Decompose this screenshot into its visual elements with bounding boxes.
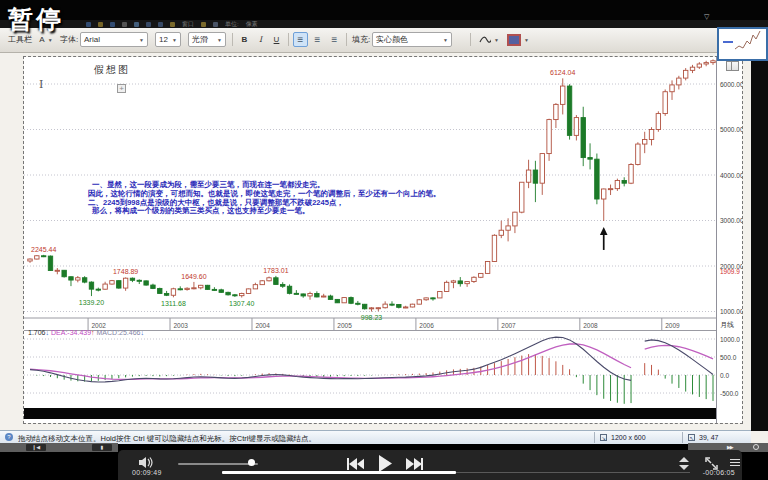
chevron-down-icon: ▼ [494,37,499,43]
unit-value[interactable]: 像素 [246,20,258,28]
new-icon[interactable] [86,22,91,27]
align-left-button[interactable]: ≡ [293,32,308,47]
smooth-select-value: 光滑 [192,34,208,45]
pause-overlay-label: 暂停 [8,3,64,36]
italic-button[interactable]: I [253,32,268,47]
video-player-bar: 00:09:49 -00:06:05 [118,450,742,480]
current-price-label: 1909.9 [720,268,740,275]
svg-text:2002: 2002 [91,322,106,329]
play-button[interactable] [378,455,393,472]
volume-slider[interactable] [178,463,258,465]
svg-text:6124.04: 6124.04 [550,69,575,76]
app-menu-toolbar: 窗口 单位: 像素 [0,20,768,28]
zoom-icon[interactable] [170,22,175,27]
redo-icon[interactable] [158,22,163,27]
grid-icon[interactable] [213,22,218,27]
down-arrow-icon: ↓ [141,329,145,336]
axis-tick-label: -500.0 [720,390,738,397]
svg-text:2245.44: 2245.44 [31,246,56,253]
annotation-line: 那么，将构成一个级别的类第三类买点，这也支持至少要走一笔。 [88,207,488,216]
fill-style-value: 实心颜色 [376,34,408,45]
align-right-button[interactable]: ≡ [327,32,342,47]
svg-text:1339.20: 1339.20 [79,299,104,306]
skip-forward-button[interactable] [406,457,423,471]
pin-icon: ▽ [704,13,709,21]
zoom-out-icon[interactable] [201,22,206,27]
thumbnail-preview[interactable] [717,27,768,61]
svg-text:998.23: 998.23 [361,314,383,321]
cursor-position-icon: ↖ [688,434,695,441]
window-menu-label[interactable]: 窗口 [182,20,194,28]
toolbar-separator [288,33,289,46]
macd-value: 1.706 [28,329,46,336]
mini-prev-button[interactable]: ❙◀ [26,444,46,451]
axis-tick-label: 0.0 [720,372,729,379]
chart-canvas[interactable]: 2001200220032004200520062007200820092245… [24,57,742,423]
status-message: 拖动结点移动文本位置。Hold按住 Ctrl 键可以隐藏结点和光标。按Ctrl键… [18,434,316,444]
mini-stop-button[interactable]: ▮ [92,444,112,451]
skip-back-button[interactable] [347,457,364,471]
macd-diff-value: MACD:25.466 [97,329,141,336]
fill-style-select[interactable]: 实心颜色▼ [372,32,452,47]
paste-icon[interactable] [134,22,139,27]
smooth-select[interactable]: 光滑▼ [188,32,226,47]
mini-record-icon[interactable] [753,444,759,450]
format-toolbar: 工具栏 A▼ 字体: Arial▼ 12▼ 光滑▼ B I U ≡ ≡ ≡ 填充… [0,28,768,53]
font-size-select[interactable]: 12▼ [155,32,181,47]
undo-icon[interactable] [146,22,151,27]
annotation-text-block[interactable]: 一、显然，这一段要成为段，需至少要三笔，而现在连一笔都没走完。 因此，这轮行情的… [88,181,488,216]
status-separator [682,432,683,443]
toolbar-separator [232,33,233,46]
elapsed-time: 00:09:49 [132,469,162,476]
font-size-value: 12 [159,35,168,44]
fill-color-button[interactable]: ▼ [506,32,530,47]
volume-slider-handle[interactable] [248,459,255,466]
axis-tick-label: 4000.00 [720,172,742,179]
copy-icon[interactable] [122,22,127,27]
align-center-button[interactable]: ≡ [310,32,325,47]
progress-played-bar[interactable] [222,471,456,474]
move-handle-icon[interactable]: + [117,84,126,93]
font-select[interactable]: Arial▼ [80,32,148,47]
font-select-value: Arial [84,35,100,44]
remaining-time: -00:06:05 [703,469,735,476]
macd-indicator-readout: 1.706↓ DEA:-34.439↑ MACD:25.466↓ [28,329,144,336]
price-axis-column[interactable]: 月线 6000.005000.004000.003000.002000.0010… [716,57,742,423]
dea-value: DEA:-34.439 [51,329,91,336]
svg-text:1783.01: 1783.01 [263,267,288,274]
updown-arrows-icon[interactable] [678,457,690,470]
video-top-band: 窗口 单位: 像素 [0,0,768,28]
svg-text:2006: 2006 [419,322,434,329]
open-icon[interactable] [98,22,103,27]
window-grid-icon[interactable] [726,61,739,71]
toolbar-separator [470,33,471,46]
underline-button[interactable]: U [269,32,284,47]
axis-tick-label: 1000.00 [720,308,742,315]
bold-button[interactable]: B [237,32,252,47]
axis-tick-label: 500.0 [720,354,736,361]
period-label: 月线 [720,320,734,330]
axis-tick-label: 6000.00 [720,81,742,88]
chevron-down-icon: ▼ [443,37,448,43]
chevron-down-icon: ▼ [48,37,53,43]
up-arrow-icon: ↑ [91,329,95,336]
axis-tick-label: 3000.00 [720,217,742,224]
candlestick-chart[interactable]: 2001200220032004200520062007200820092245… [24,57,742,423]
svg-text:1748.89: 1748.89 [113,268,138,275]
chart-title: 假想图 [94,63,130,77]
chevron-down-icon: ▼ [172,37,177,43]
toolbar-separator [346,33,347,46]
svg-text:2003: 2003 [173,322,188,329]
volume-icon[interactable] [138,456,154,469]
canvas-size-icon: ↘ [600,434,607,441]
save-icon[interactable] [110,22,115,27]
svg-text:1307.40: 1307.40 [229,300,254,307]
fill-label: 填充: [352,32,370,47]
playlist-icon[interactable] [730,457,740,468]
cursor-position-value: 39, 47 [699,434,718,441]
svg-text:2009: 2009 [665,322,680,329]
status-separator [594,432,595,443]
chevron-down-icon: ▼ [217,37,222,43]
curve-style-button[interactable]: ▼ [478,32,500,47]
thumbnail-chart-icon [719,29,762,55]
